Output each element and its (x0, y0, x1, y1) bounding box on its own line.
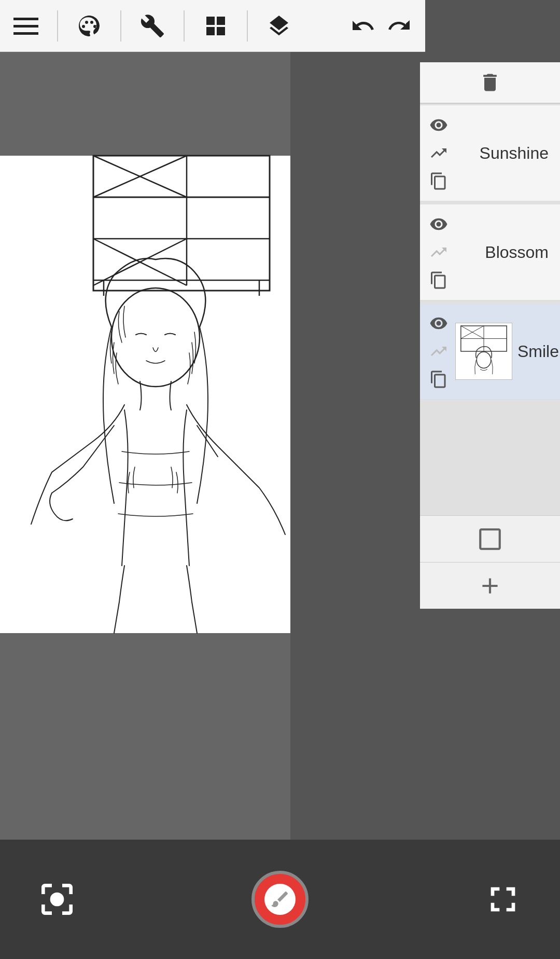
layer-item-blossom[interactable]: Blossom (420, 204, 560, 300)
layers-delete-bar (420, 62, 560, 104)
svg-point-22 (50, 893, 64, 907)
layer-blossom-duplicate[interactable] (427, 269, 450, 292)
layers-panel: Sunshine Blossom (420, 62, 560, 609)
layer-blossom-name: Blossom (455, 243, 553, 262)
layers-footer (420, 515, 560, 609)
svg-rect-0 (13, 18, 38, 20)
layer-smile-merge[interactable] (427, 340, 450, 363)
new-layer-button[interactable] (420, 515, 560, 562)
undo-redo-group (347, 10, 415, 42)
bottom-bar (0, 840, 560, 959)
layer-smile-icons (427, 312, 450, 391)
divider-3 (184, 10, 185, 42)
layer-item-smile[interactable]: Smile (420, 304, 560, 400)
layer-item-sunshine[interactable]: Sunshine (420, 105, 560, 201)
palette-icon[interactable] (74, 10, 105, 42)
layer-blossom-icons (427, 213, 450, 292)
menu-icon[interactable] (10, 10, 41, 42)
layer-sunshine-merge[interactable] (427, 142, 450, 165)
delete-layer-button[interactable] (479, 71, 501, 94)
redo-button[interactable] (384, 10, 415, 42)
focus-button[interactable] (31, 873, 83, 925)
toolbar (0, 0, 425, 52)
canvas-area[interactable] (0, 52, 290, 855)
layer-blossom-visibility[interactable] (427, 213, 450, 236)
undo-button[interactable] (347, 10, 379, 42)
layers-icon[interactable] (263, 10, 295, 42)
divider-4 (247, 10, 248, 42)
layer-smile-thumbnail (455, 323, 512, 380)
divider-2 (120, 10, 121, 42)
add-layer-button[interactable] (420, 562, 560, 609)
svg-rect-21 (480, 529, 500, 549)
fullscreen-button[interactable] (477, 873, 529, 925)
svg-point-20 (477, 352, 491, 368)
layer-smile-name: Smile (517, 342, 560, 361)
layer-smile-duplicate[interactable] (427, 368, 450, 391)
svg-point-14 (111, 288, 200, 387)
sketch-drawing (0, 150, 290, 638)
brush-button[interactable] (251, 871, 309, 928)
svg-rect-2 (13, 32, 38, 35)
layer-sunshine-name: Sunshine (455, 144, 553, 163)
layer-sunshine-icons (427, 114, 450, 193)
layer-sunshine-duplicate[interactable] (427, 170, 450, 193)
layer-sunshine-visibility[interactable] (427, 114, 450, 136)
grid-icon[interactable] (200, 10, 231, 42)
divider-1 (57, 10, 58, 42)
layer-blossom-merge[interactable] (427, 241, 450, 264)
layers-empty-area (420, 401, 560, 515)
brush-icon (264, 884, 296, 915)
tools-icon[interactable] (137, 10, 168, 42)
layer-smile-visibility[interactable] (427, 312, 450, 335)
svg-rect-1 (13, 25, 38, 28)
